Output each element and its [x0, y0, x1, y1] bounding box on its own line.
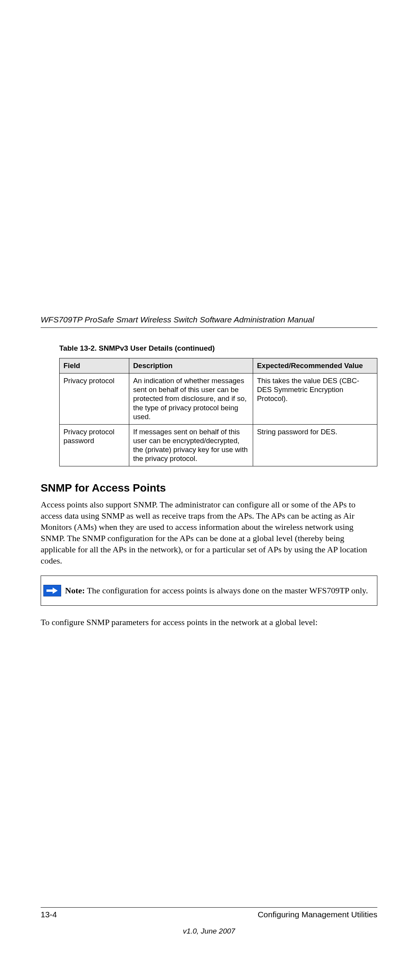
section-heading: SNMP for Access Points — [41, 482, 377, 494]
note-body: The configuration for access points is a… — [85, 586, 368, 595]
body-paragraph: Access points also support SNMP. The adm… — [41, 499, 377, 566]
snmp-user-details-table: Field Description Expected/Recommended V… — [59, 358, 377, 466]
svg-marker-0 — [46, 588, 58, 594]
page-number: 13-4 — [41, 910, 57, 919]
th-field: Field — [60, 358, 129, 373]
th-description: Description — [129, 358, 253, 373]
note-box: Note: The configuration for access point… — [41, 576, 377, 606]
note-label: Note: — [65, 586, 85, 595]
lead-in-paragraph: To configure SNMP parameters for access … — [41, 617, 377, 628]
note-icon-cell — [41, 576, 63, 605]
cell-description: An indication of whether messages sent o… — [129, 373, 253, 425]
table-caption: Table 13-2. SNMPv3 User Details (continu… — [59, 344, 377, 353]
table-row: Privacy protocol An indication of whethe… — [60, 373, 377, 425]
cell-field: Privacy protocol — [60, 373, 129, 425]
note-text: Note: The configuration for access point… — [63, 576, 377, 605]
page-footer: 13-4 Configuring Management Utilities — [41, 907, 377, 919]
document-title: WFS709TP ProSafe Smart Wireless Switch S… — [41, 315, 377, 328]
cell-field: Privacy protocol password — [60, 424, 129, 466]
cell-description: If messages sent on behalf of this user … — [129, 424, 253, 466]
table-row: Privacy protocol password If messages se… — [60, 424, 377, 466]
cell-expected: This takes the value DES (CBC-DES Symmet… — [253, 373, 377, 425]
chapter-title: Configuring Management Utilities — [258, 910, 377, 919]
th-expected: Expected/Recommended Value — [253, 358, 377, 373]
cell-expected: String password for DES. — [253, 424, 377, 466]
table-header-row: Field Description Expected/Recommended V… — [60, 358, 377, 373]
arrow-right-icon — [43, 585, 61, 596]
doc-version: v1.0, June 2007 — [41, 927, 377, 935]
